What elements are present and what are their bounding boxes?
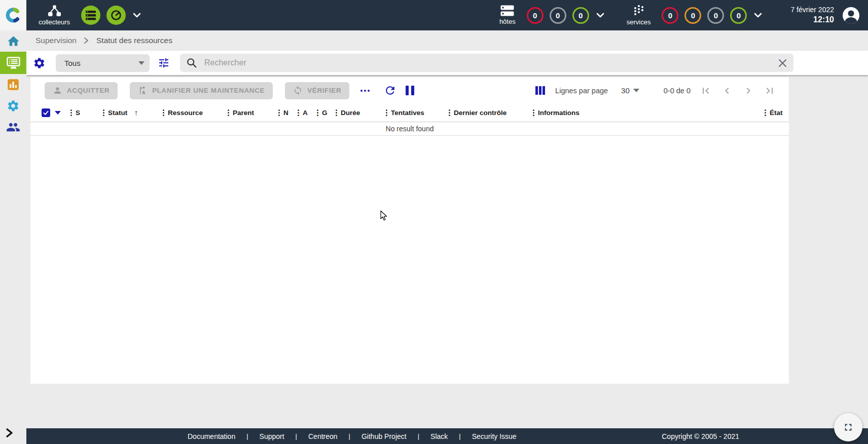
clear-search-button[interactable] [778, 58, 787, 68]
pause-autorefresh-button[interactable] [406, 86, 414, 95]
rows-per-page-select[interactable]: 30 [621, 86, 639, 95]
column-header-n[interactable]: N [278, 109, 298, 117]
sidebar-expand-button[interactable] [4, 427, 14, 441]
column-drag-handle-icon[interactable] [533, 109, 534, 116]
user-menu[interactable] [842, 7, 860, 24]
footer-link-slack[interactable]: Slack [430, 432, 448, 440]
pollers-expand-chevron[interactable] [133, 13, 141, 18]
centreon-logo-icon [5, 7, 21, 23]
column-drag-handle-icon[interactable] [449, 109, 450, 116]
column-label: Parent [233, 109, 254, 117]
downtime-label: PLANIFIER UNE MAINTENANCE [152, 87, 265, 94]
column-header-ressource[interactable]: Ressource [163, 109, 228, 117]
edit-columns-button[interactable] [535, 86, 545, 95]
selection-options-caret[interactable] [55, 111, 61, 115]
copyright: Copyright © 2005 - 2021 [662, 432, 739, 440]
footer-links: Documentation|Support|Centreon|Github Pr… [188, 432, 517, 440]
first-page-button[interactable] [698, 83, 714, 99]
service-status-counter[interactable]: 0 [707, 7, 724, 24]
column-drag-handle-icon[interactable] [765, 109, 766, 116]
column-label: Dernier contrôle [454, 109, 507, 117]
chevron-right-icon [742, 85, 754, 97]
person-icon [53, 86, 62, 95]
sidebar-item-home[interactable] [0, 30, 26, 52]
column-header-tentatives[interactable]: Tentatives [386, 109, 449, 117]
sidebar [0, 30, 26, 444]
column-drag-handle-icon[interactable] [386, 109, 387, 116]
platform-status-button[interactable] [106, 6, 126, 25]
downtime-button[interactable]: PLANIFIER UNE MAINTENANCE [130, 82, 273, 99]
column-header-informations[interactable]: Informations [533, 109, 765, 117]
column-header-g[interactable]: G [317, 109, 336, 117]
fullscreen-button[interactable] [834, 413, 862, 441]
breadcrumb-section[interactable]: Supervision [35, 36, 77, 45]
column-drag-handle-icon[interactable] [103, 109, 104, 116]
column-drag-handle-icon[interactable] [317, 109, 318, 116]
previous-page-button[interactable] [719, 83, 735, 99]
service-status-counter[interactable]: 0 [730, 7, 747, 24]
column-header-s[interactable]: S [70, 109, 103, 117]
hosts-menu[interactable]: hôtes [499, 5, 516, 25]
column-header-dernier-contr-le[interactable]: Dernier contrôle [449, 109, 533, 117]
filter-scope-select[interactable]: Tous [56, 54, 150, 72]
acknowledge-button[interactable]: ACQUITTER [45, 82, 118, 99]
last-page-button[interactable] [762, 83, 778, 99]
footer-link-security-issue[interactable]: Security Issue [472, 432, 517, 440]
column-label: G [322, 109, 328, 117]
footer-link-centreon[interactable]: Centreon [308, 432, 338, 440]
column-header-a[interactable]: A [298, 109, 317, 117]
footer-link-github-project[interactable]: Github Project [361, 432, 407, 440]
pollers-menu[interactable]: collecteurs [37, 5, 72, 26]
sidebar-item-administration[interactable] [0, 117, 26, 138]
pagination-cluster: Lignes par page 30 0-0 de 0 [535, 83, 778, 99]
resources-listing-panel: ACQUITTER PLANIFIER UNE MAINTENANCE [30, 77, 789, 384]
next-page-button[interactable] [740, 83, 756, 99]
last-page-icon [764, 85, 776, 97]
sidebar-item-supervision[interactable] [0, 52, 26, 74]
advanced-filters-button[interactable] [158, 57, 170, 69]
host-status-counter[interactable]: 0 [550, 7, 566, 24]
column-drag-handle-icon[interactable] [298, 109, 299, 116]
column-drag-handle-icon[interactable] [70, 109, 72, 116]
refresh-button[interactable] [384, 84, 396, 97]
centreon-logo[interactable] [0, 0, 26, 30]
column-header-statut[interactable]: Statut↑ [103, 108, 163, 118]
check-button[interactable]: VÉRIFIER [285, 82, 349, 99]
footer-link-documentation[interactable]: Documentation [188, 432, 235, 440]
search-input[interactable] [203, 58, 774, 68]
filter-settings-button[interactable] [33, 57, 46, 69]
select-all-checkbox[interactable] [42, 108, 50, 117]
column-header-dur-e[interactable]: Durée [336, 109, 386, 117]
host-status-counter[interactable]: 0 [572, 7, 589, 24]
column-drag-handle-icon[interactable] [163, 109, 164, 116]
footer-separator: | [349, 432, 350, 440]
pagination-range: 0-0 de 0 [664, 87, 691, 95]
acknowledge-label: ACQUITTER [67, 87, 110, 94]
column-drag-handle-icon[interactable] [336, 109, 337, 116]
footer-link-support[interactable]: Support [260, 432, 284, 440]
gear-icon [33, 57, 46, 69]
column-header-parent[interactable]: Parent [228, 109, 278, 117]
column-drag-handle-icon[interactable] [278, 109, 280, 116]
service-status-counter[interactable]: 0 [684, 7, 701, 24]
sidebar-item-configuration[interactable] [0, 95, 26, 117]
clock-date: 7 février 2022 [790, 6, 834, 15]
server-list-icon [86, 11, 96, 20]
check-icon [43, 109, 49, 116]
hosts-expand-chevron[interactable] [596, 13, 604, 18]
sort-ascending-icon[interactable]: ↑ [134, 108, 138, 118]
sidebar-item-statistics[interactable] [0, 74, 26, 95]
service-status-counter[interactable]: 0 [662, 7, 678, 24]
services-expand-chevron[interactable] [754, 13, 762, 18]
breadcrumb-page[interactable]: Statut des ressources [96, 36, 172, 45]
column-label: N [283, 109, 288, 117]
column-drag-handle-icon[interactable] [228, 109, 229, 116]
host-status-counter[interactable]: 0 [527, 7, 544, 24]
column-label: S [76, 109, 80, 117]
pollers-label: collecteurs [39, 18, 70, 26]
column-header--tat[interactable]: État [765, 109, 789, 117]
poller-list-button[interactable] [81, 6, 100, 25]
more-actions-button[interactable] [358, 88, 372, 94]
table-header-columns: SStatut↑RessourceParentNAGDuréeTentative… [70, 104, 789, 122]
services-menu[interactable]: services [627, 5, 651, 26]
